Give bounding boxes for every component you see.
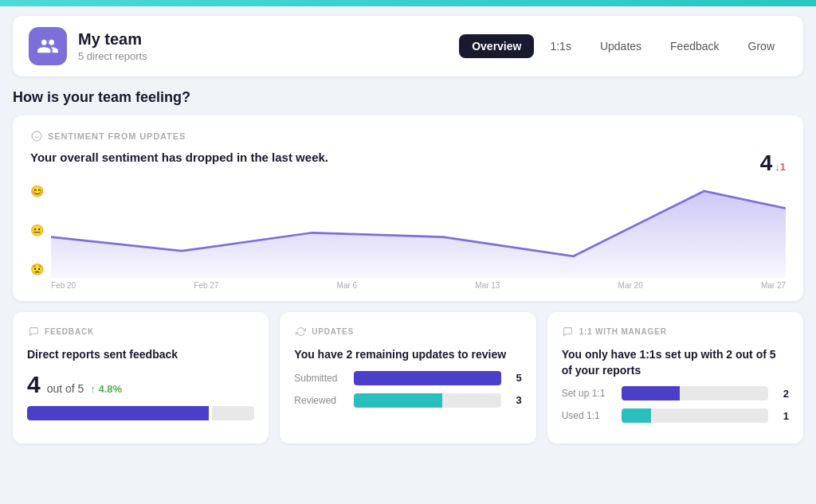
tab-updates[interactable]: Updates <box>587 34 654 58</box>
feedback-progress <box>27 406 254 420</box>
sentiment-icon <box>30 130 43 143</box>
setup-label: Set up 1:1 <box>562 388 614 399</box>
emoji-neutral: 😐 <box>30 225 44 236</box>
updates-title: You have 2 remaining updates to review <box>294 347 521 363</box>
feedback-stat: 4 out of 5 ↑ 4.8% <box>27 371 254 398</box>
reviewed-gray <box>442 393 501 408</box>
sentiment-section-label: SENTIMENT FROM UPDATES <box>48 131 186 141</box>
sentiment-header: SENTIMENT FROM UPDATES <box>30 130 786 143</box>
reviewed-value: 3 <box>509 394 522 406</box>
setup-value: 2 <box>776 388 789 400</box>
chart-svg-area <box>51 182 786 278</box>
svg-point-0 <box>32 131 41 141</box>
submitted-fill <box>354 371 500 385</box>
chart-y-labels: 😊 😐 😟 <box>30 182 44 278</box>
oneone-card: 1:1 WITH MANAGER You only have 1:1s set … <box>547 312 803 443</box>
feedback-title: Direct reports sent feedback <box>27 347 254 363</box>
feedback-bar-rest <box>212 406 254 420</box>
x-label-4: Mar 20 <box>618 281 643 290</box>
header-card: My team 5 direct reports Overview 1:1s U… <box>13 16 803 76</box>
chart-x-labels: Feb 20 Feb 27 Mar 6 Mar 13 Mar 20 Mar 27 <box>30 281 786 290</box>
nav-tabs: Overview 1:1s Updates Feedback Grow <box>459 34 787 58</box>
sentiment-score-value: 4 <box>760 150 773 176</box>
x-label-2: Mar 6 <box>337 281 358 290</box>
feedback-icon <box>27 325 40 338</box>
reviewed-fill <box>354 393 442 408</box>
reviewed-bar <box>354 393 500 408</box>
updates-icon <box>294 325 307 338</box>
team-icon <box>37 35 59 57</box>
setup-fill <box>622 386 681 400</box>
used-bar <box>622 408 768 423</box>
x-label-5: Mar 27 <box>761 281 786 290</box>
oneone-title: You only have 1:1s set up with 2 out of … <box>562 347 789 378</box>
bottom-cards: FEEDBACK Direct reports sent feedback 4 … <box>13 312 803 443</box>
team-avatar <box>29 27 67 65</box>
updates-card: UPDATES You have 2 remaining updates to … <box>280 312 536 443</box>
tab-overview[interactable]: Overview <box>459 34 534 58</box>
chart-area: 😊 😐 😟 <box>30 182 786 278</box>
feedback-card: FEEDBACK Direct reports sent feedback 4 … <box>13 312 269 443</box>
sentiment-message: Your overall sentiment has dropped in th… <box>30 150 328 164</box>
x-label-3: Mar 13 <box>475 281 500 290</box>
emoji-happy: 😊 <box>30 186 44 197</box>
team-info: My team 5 direct reports <box>78 30 147 62</box>
x-label-1: Feb 27 <box>194 281 218 290</box>
feedback-label: FEEDBACK <box>45 327 94 336</box>
tab-feedback[interactable]: Feedback <box>657 34 732 58</box>
sentiment-delta: ↓1 <box>775 161 786 173</box>
submitted-label: Submitted <box>294 373 346 384</box>
sentiment-card: SENTIMENT FROM UPDATES Your overall sent… <box>13 115 803 301</box>
submitted-bar <box>354 371 500 385</box>
top-bar <box>0 0 816 6</box>
feedback-bar-fill <box>27 406 209 420</box>
used-label: Used 1:1 <box>562 410 614 421</box>
team-name: My team <box>78 30 147 49</box>
updates-label: UPDATES <box>312 327 354 336</box>
tab-grow[interactable]: Grow <box>736 34 787 58</box>
oneone-section-label: 1:1 WITH MANAGER <box>562 325 789 338</box>
reviewed-row: Reviewed 3 <box>294 393 521 408</box>
used-value: 1 <box>776 410 789 422</box>
used-row: Used 1:1 1 <box>562 408 789 423</box>
sentiment-chart <box>51 182 786 278</box>
page-title: How is your team feeling? <box>13 89 803 106</box>
feedback-section-label: FEEDBACK <box>27 325 254 338</box>
setup-gray <box>680 386 768 400</box>
used-fill <box>622 408 651 423</box>
feedback-number: 4 <box>27 371 41 398</box>
chart-fill <box>51 191 786 278</box>
sentiment-body: Your overall sentiment has dropped in th… <box>30 150 786 176</box>
used-gray <box>651 408 768 423</box>
oneone-label: 1:1 WITH MANAGER <box>579 327 667 336</box>
emoji-sad: 😟 <box>30 264 44 275</box>
submitted-row: Submitted 5 <box>294 371 521 385</box>
oneone-icon <box>562 325 575 338</box>
x-label-0: Feb 20 <box>51 281 76 290</box>
updates-section-label: UPDATES <box>294 325 521 338</box>
feedback-change: ↑ 4.8% <box>90 383 122 395</box>
setup-row: Set up 1:1 2 <box>562 386 789 400</box>
setup-bar <box>622 386 768 400</box>
reviewed-label: Reviewed <box>294 395 346 406</box>
team-sub: 5 direct reports <box>78 50 147 62</box>
header-left: My team 5 direct reports <box>29 27 147 65</box>
sentiment-score: 4 ↓1 <box>760 150 786 176</box>
submitted-value: 5 <box>509 372 522 384</box>
feedback-stat-label: out of 5 <box>47 382 84 395</box>
tab-ones[interactable]: 1:1s <box>537 34 583 58</box>
main-content: How is your team feeling? SENTIMENT FROM… <box>0 76 816 443</box>
